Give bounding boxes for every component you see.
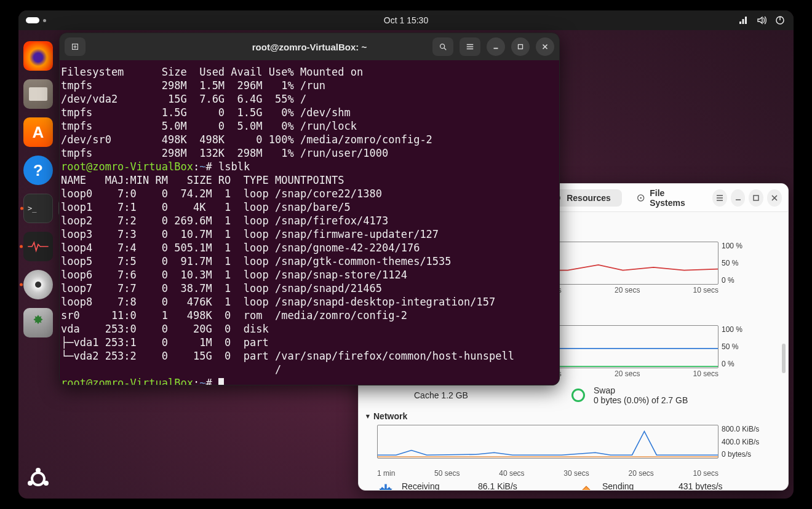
- swap-label: Swap: [594, 385, 688, 395]
- network-graph: [377, 425, 718, 459]
- network-section-label[interactable]: ▸ Network: [366, 411, 778, 421]
- dock-help[interactable]: ?: [23, 156, 53, 185]
- hamburger-menu-button[interactable]: [712, 189, 727, 207]
- svg-point-16: [440, 44, 445, 49]
- y-label: 100 %: [722, 242, 771, 250]
- close-button[interactable]: [767, 189, 782, 207]
- text-cursor: [218, 378, 224, 385]
- terminal-title: root@zomro-VirtualBox: ~: [252, 42, 367, 52]
- svg-line-17: [444, 48, 447, 50]
- y-label: 50 %: [722, 259, 771, 267]
- disk-icon: [637, 193, 645, 203]
- net-rx-rate: 86.1 KiB/s: [478, 481, 539, 491]
- terminal-window[interactable]: root@zomro-VirtualBox: ~ Filesys: [59, 33, 560, 385]
- svg-point-3: [36, 468, 41, 473]
- scrollbar-thumb[interactable]: [782, 344, 786, 373]
- workspace-dot[interactable]: [43, 19, 46, 22]
- dock-terminal[interactable]: >_ Terminal: [23, 194, 53, 223]
- y-label: 100 %: [722, 325, 771, 334]
- gnome-top-bar: Oct 1 15:30: [18, 10, 794, 30]
- y-label: 800.0 KiB/s: [722, 425, 771, 433]
- svg-point-7: [640, 197, 642, 199]
- network-icon[interactable]: [738, 15, 748, 25]
- y-label: 0 bytes/s: [722, 450, 771, 459]
- upload-icon: [578, 482, 595, 491]
- tab-resources-label: Resources: [567, 193, 611, 203]
- search-button[interactable]: [432, 37, 453, 56]
- new-tab-button[interactable]: [65, 37, 86, 56]
- net-tx-rate: 431 bytes/s: [679, 481, 740, 491]
- dock-files[interactable]: [23, 79, 53, 109]
- y-label: 400.0 KiB/s: [722, 438, 771, 446]
- svg-rect-9: [754, 195, 758, 200]
- y-label: 0 %: [722, 276, 771, 285]
- terminal-titlebar[interactable]: root@zomro-VirtualBox: ~: [60, 33, 559, 60]
- y-label: 0 %: [722, 360, 771, 368]
- net-rx-label: Receiving: [402, 481, 469, 491]
- svg-point-5: [44, 481, 49, 486]
- maximize-button[interactable]: [749, 189, 763, 207]
- net-tx-label: Sending: [602, 481, 670, 491]
- show-applications-icon[interactable]: [26, 467, 50, 491]
- volume-icon[interactable]: [757, 15, 766, 25]
- dock-firefox[interactable]: [23, 41, 53, 71]
- power-icon[interactable]: [775, 15, 785, 25]
- y-label: 50 %: [722, 342, 771, 351]
- desktop: Oct 1 15:30 A ? >_ Terminal: [18, 10, 794, 499]
- swap-value: 0 bytes (0.0%) of 2.7 GB: [594, 395, 688, 405]
- minimize-button[interactable]: [731, 189, 746, 207]
- hamburger-menu-button[interactable]: [460, 37, 480, 56]
- download-icon: [377, 482, 394, 491]
- terminal-content[interactable]: Filesystem Size Used Avail Use% Mounted …: [60, 60, 559, 385]
- tab-file-systems-label: File Systems: [650, 188, 694, 208]
- activities-pill[interactable]: [26, 17, 39, 23]
- swap-swatch: [571, 389, 585, 402]
- clock[interactable]: Oct 1 15:30: [384, 15, 428, 25]
- svg-point-2: [32, 473, 44, 485]
- x-axis-labels: 1 min 50 secs 40 secs 30 secs 20 secs 10…: [377, 468, 718, 478]
- dock: A ? >_ Terminal: [20, 35, 57, 337]
- dock-trash[interactable]: [23, 308, 53, 337]
- dock-system-monitor[interactable]: [23, 232, 53, 261]
- cache-value: Cache 1.2 GB: [414, 390, 468, 400]
- dock-disc[interactable]: [23, 270, 53, 299]
- tab-file-systems[interactable]: File Systems: [626, 184, 705, 211]
- maximize-button[interactable]: [511, 37, 530, 56]
- minimize-button[interactable]: [487, 37, 505, 56]
- svg-rect-19: [519, 45, 523, 49]
- close-button[interactable]: [536, 37, 554, 56]
- chevron-down-icon: ▸: [364, 414, 372, 418]
- dock-ubuntu-software[interactable]: A: [23, 117, 53, 147]
- svg-point-4: [28, 481, 33, 486]
